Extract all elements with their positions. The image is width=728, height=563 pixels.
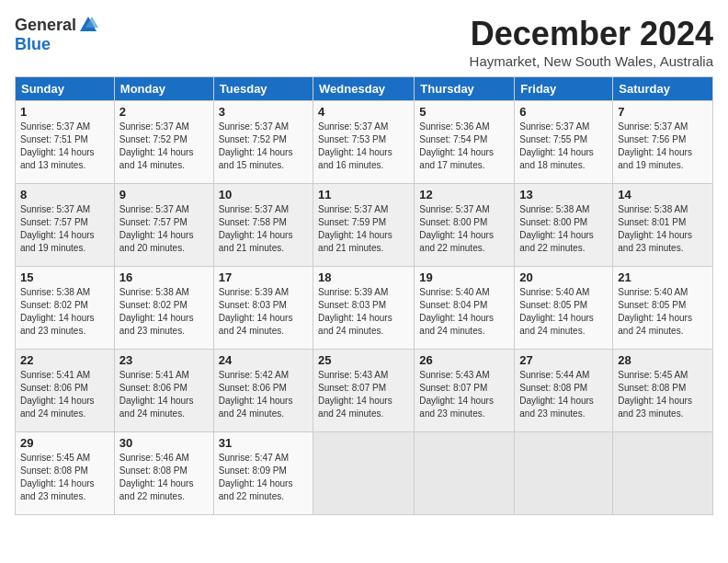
col-sunday: Sunday: [16, 77, 115, 101]
day-info: Sunrise: 5:37 AM Sunset: 7:57 PM Dayligh…: [119, 203, 209, 255]
col-tuesday: Tuesday: [213, 77, 313, 101]
calendar-cell: 30Sunrise: 5:46 AM Sunset: 8:08 PM Dayli…: [114, 432, 213, 515]
calendar-cell: 18Sunrise: 5:39 AM Sunset: 8:03 PM Dayli…: [313, 267, 415, 350]
calendar-cell: [313, 432, 415, 515]
day-info: Sunrise: 5:37 AM Sunset: 7:52 PM Dayligh…: [219, 121, 308, 172]
header-row: Sunday Monday Tuesday Wednesday Thursday…: [16, 77, 713, 101]
logo-general: General: [15, 16, 76, 35]
day-info: Sunrise: 5:45 AM Sunset: 8:08 PM Dayligh…: [20, 452, 109, 503]
header: General Blue December 2024 Haymarket, Ne…: [15, 15, 713, 69]
calendar-cell: 8Sunrise: 5:37 AM Sunset: 7:57 PM Daylig…: [16, 184, 115, 267]
logo-blue: Blue: [15, 35, 51, 54]
day-info: Sunrise: 5:40 AM Sunset: 8:04 PM Dayligh…: [419, 286, 509, 338]
calendar-cell: 6Sunrise: 5:37 AM Sunset: 7:55 PM Daylig…: [515, 101, 613, 184]
day-number: 27: [519, 353, 608, 367]
day-number: 12: [419, 188, 509, 201]
calendar-cell: [415, 432, 515, 515]
calendar-cell: 31Sunrise: 5:47 AM Sunset: 8:09 PM Dayli…: [213, 432, 313, 515]
calendar-cell: 24Sunrise: 5:42 AM Sunset: 8:06 PM Dayli…: [213, 350, 313, 432]
day-info: Sunrise: 5:37 AM Sunset: 7:55 PM Dayligh…: [519, 121, 608, 172]
day-number: 9: [119, 188, 209, 201]
day-info: Sunrise: 5:47 AM Sunset: 8:09 PM Dayligh…: [219, 452, 308, 503]
calendar-week-5: 29Sunrise: 5:45 AM Sunset: 8:08 PM Dayli…: [16, 432, 713, 515]
calendar-title: December 2024: [470, 15, 713, 53]
day-number: 19: [419, 270, 509, 284]
col-monday: Monday: [114, 77, 213, 101]
day-number: 29: [20, 436, 109, 450]
calendar-cell: 25Sunrise: 5:43 AM Sunset: 8:07 PM Dayli…: [313, 350, 415, 432]
day-number: 24: [219, 353, 308, 367]
day-number: 6: [519, 105, 608, 119]
calendar-cell: 12Sunrise: 5:37 AM Sunset: 8:00 PM Dayli…: [415, 184, 515, 267]
day-info: Sunrise: 5:45 AM Sunset: 8:08 PM Dayligh…: [618, 369, 708, 420]
day-info: Sunrise: 5:39 AM Sunset: 8:03 PM Dayligh…: [219, 286, 308, 338]
day-number: 1: [20, 105, 109, 119]
calendar-cell: 21Sunrise: 5:40 AM Sunset: 8:05 PM Dayli…: [613, 267, 713, 350]
calendar-week-2: 8Sunrise: 5:37 AM Sunset: 7:57 PM Daylig…: [16, 184, 713, 267]
calendar-cell: 15Sunrise: 5:38 AM Sunset: 8:02 PM Dayli…: [16, 267, 115, 350]
day-info: Sunrise: 5:41 AM Sunset: 8:06 PM Dayligh…: [119, 369, 209, 420]
calendar-cell: 29Sunrise: 5:45 AM Sunset: 8:08 PM Dayli…: [16, 432, 115, 515]
calendar-cell: 16Sunrise: 5:38 AM Sunset: 8:02 PM Dayli…: [114, 267, 213, 350]
calendar-cell: 20Sunrise: 5:40 AM Sunset: 8:05 PM Dayli…: [515, 267, 613, 350]
day-number: 2: [119, 105, 209, 119]
day-info: Sunrise: 5:43 AM Sunset: 8:07 PM Dayligh…: [419, 369, 509, 420]
day-number: 8: [20, 188, 109, 201]
calendar-cell: 4Sunrise: 5:37 AM Sunset: 7:53 PM Daylig…: [313, 101, 415, 184]
day-number: 17: [219, 270, 308, 284]
day-info: Sunrise: 5:37 AM Sunset: 8:00 PM Dayligh…: [419, 203, 509, 255]
day-info: Sunrise: 5:41 AM Sunset: 8:06 PM Dayligh…: [20, 369, 109, 420]
calendar-cell: 23Sunrise: 5:41 AM Sunset: 8:06 PM Dayli…: [114, 350, 213, 432]
day-number: 30: [119, 436, 209, 450]
calendar-cell: 10Sunrise: 5:37 AM Sunset: 7:58 PM Dayli…: [213, 184, 313, 267]
day-number: 3: [219, 105, 308, 119]
day-info: Sunrise: 5:37 AM Sunset: 7:56 PM Dayligh…: [618, 121, 708, 172]
day-info: Sunrise: 5:37 AM Sunset: 7:51 PM Dayligh…: [20, 121, 109, 172]
day-number: 4: [318, 105, 409, 119]
calendar-cell: 7Sunrise: 5:37 AM Sunset: 7:56 PM Daylig…: [613, 101, 713, 184]
day-number: 18: [318, 270, 409, 284]
day-info: Sunrise: 5:44 AM Sunset: 8:08 PM Dayligh…: [519, 369, 608, 420]
calendar-table: Sunday Monday Tuesday Wednesday Thursday…: [15, 76, 713, 515]
day-info: Sunrise: 5:37 AM Sunset: 7:59 PM Dayligh…: [318, 203, 409, 255]
day-number: 31: [219, 436, 308, 450]
calendar-cell: 13Sunrise: 5:38 AM Sunset: 8:00 PM Dayli…: [515, 184, 613, 267]
day-info: Sunrise: 5:37 AM Sunset: 7:53 PM Dayligh…: [318, 121, 409, 172]
calendar-cell: 9Sunrise: 5:37 AM Sunset: 7:57 PM Daylig…: [114, 184, 213, 267]
calendar-cell: 19Sunrise: 5:40 AM Sunset: 8:04 PM Dayli…: [415, 267, 515, 350]
calendar-cell: 28Sunrise: 5:45 AM Sunset: 8:08 PM Dayli…: [613, 350, 713, 432]
day-number: 14: [618, 188, 708, 201]
day-info: Sunrise: 5:40 AM Sunset: 8:05 PM Dayligh…: [519, 286, 608, 338]
day-info: Sunrise: 5:38 AM Sunset: 8:00 PM Dayligh…: [519, 203, 608, 255]
day-info: Sunrise: 5:38 AM Sunset: 8:02 PM Dayligh…: [20, 286, 109, 338]
day-info: Sunrise: 5:36 AM Sunset: 7:54 PM Dayligh…: [419, 121, 509, 172]
calendar-week-3: 15Sunrise: 5:38 AM Sunset: 8:02 PM Dayli…: [16, 267, 713, 350]
day-info: Sunrise: 5:43 AM Sunset: 8:07 PM Dayligh…: [318, 369, 409, 420]
calendar-cell: 1Sunrise: 5:37 AM Sunset: 7:51 PM Daylig…: [16, 101, 115, 184]
calendar-cell: [613, 432, 713, 515]
calendar-week-4: 22Sunrise: 5:41 AM Sunset: 8:06 PM Dayli…: [16, 350, 713, 432]
day-info: Sunrise: 5:40 AM Sunset: 8:05 PM Dayligh…: [618, 286, 708, 338]
day-number: 22: [20, 353, 109, 367]
day-number: 5: [419, 105, 509, 119]
calendar-cell: 26Sunrise: 5:43 AM Sunset: 8:07 PM Dayli…: [415, 350, 515, 432]
day-number: 26: [419, 353, 509, 367]
day-info: Sunrise: 5:37 AM Sunset: 7:57 PM Dayligh…: [20, 203, 109, 255]
col-wednesday: Wednesday: [313, 77, 415, 101]
calendar-cell: 14Sunrise: 5:38 AM Sunset: 8:01 PM Dayli…: [613, 184, 713, 267]
day-number: 16: [119, 270, 209, 284]
calendar-cell: 27Sunrise: 5:44 AM Sunset: 8:08 PM Dayli…: [515, 350, 613, 432]
day-info: Sunrise: 5:38 AM Sunset: 8:01 PM Dayligh…: [618, 203, 708, 255]
day-info: Sunrise: 5:37 AM Sunset: 7:52 PM Dayligh…: [119, 121, 209, 172]
day-number: 23: [119, 353, 209, 367]
day-number: 28: [618, 353, 708, 367]
day-number: 11: [318, 188, 409, 201]
day-number: 13: [519, 188, 608, 201]
calendar-cell: 17Sunrise: 5:39 AM Sunset: 8:03 PM Dayli…: [213, 267, 313, 350]
col-friday: Friday: [515, 77, 613, 101]
col-saturday: Saturday: [613, 77, 713, 101]
calendar-week-1: 1Sunrise: 5:37 AM Sunset: 7:51 PM Daylig…: [16, 101, 713, 184]
day-info: Sunrise: 5:46 AM Sunset: 8:08 PM Dayligh…: [119, 452, 209, 503]
day-number: 20: [519, 270, 608, 284]
calendar-cell: 22Sunrise: 5:41 AM Sunset: 8:06 PM Dayli…: [16, 350, 115, 432]
